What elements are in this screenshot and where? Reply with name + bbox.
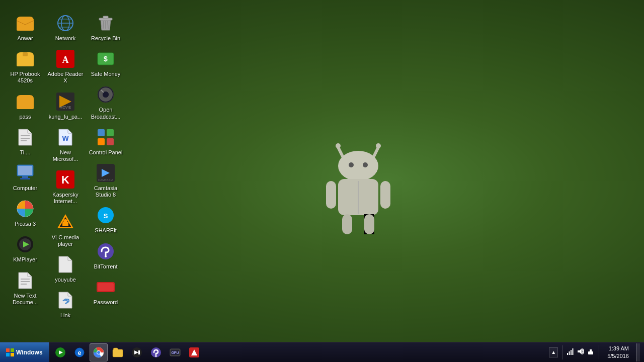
camtasia-icon: CAMTASIA xyxy=(96,163,116,183)
password-icon xyxy=(96,277,116,297)
kung-fu-label: kung_fu_pa... xyxy=(49,114,83,120)
start-button[interactable]: Windows xyxy=(0,342,49,363)
taskbar-gpu[interactable]: GPU xyxy=(166,343,184,361)
svg-rect-90 xyxy=(567,353,568,355)
svg-marker-94 xyxy=(578,348,582,354)
icon-safe-money[interactable]: $ Safe Money xyxy=(86,46,126,80)
tray-volume-icon[interactable] xyxy=(577,347,585,357)
svg-rect-72 xyxy=(11,353,14,356)
ti-icon xyxy=(15,127,35,147)
svg-point-59 xyxy=(338,151,378,181)
icon-adobe-reader[interactable]: A Adobe Reader X xyxy=(45,46,86,87)
picasa3-icon xyxy=(15,199,35,219)
desktop: Anwar HP Probook 4520s pass xyxy=(0,0,644,362)
anwar-label: Anwar xyxy=(17,35,33,42)
icon-kaspersky[interactable]: K Kaspersky Internet... xyxy=(45,166,86,208)
icon-anwar[interactable]: Anwar xyxy=(5,10,45,45)
svg-text:CAMTASIA: CAMTASIA xyxy=(98,178,113,182)
kmplayer-icon xyxy=(15,234,35,254)
icon-recycle-bin[interactable]: Recycle Bin xyxy=(86,10,126,45)
taskbar-media-player[interactable] xyxy=(51,343,69,361)
safe-money-label: Safe Money xyxy=(91,71,121,77)
svg-rect-65 xyxy=(342,214,352,234)
svg-rect-42 xyxy=(98,129,105,136)
icon-obs[interactable]: Open Broadcast... xyxy=(86,81,126,123)
svg-line-36 xyxy=(108,21,108,29)
icon-camtasia[interactable]: CAMTASIA Camtasia Studio 8 xyxy=(86,160,126,201)
svg-rect-93 xyxy=(573,348,574,355)
svg-point-56 xyxy=(336,143,341,148)
show-desktop-button[interactable] xyxy=(636,343,640,361)
new-text-doc-icon xyxy=(15,270,35,291)
expand-tray-button[interactable]: ▲ xyxy=(549,347,558,357)
svg-point-31 xyxy=(63,219,67,223)
password-label: Password xyxy=(94,299,118,306)
svg-point-61 xyxy=(363,162,368,167)
svg-rect-70 xyxy=(11,348,14,352)
svg-rect-45 xyxy=(107,138,114,145)
safe-money-icon: $ xyxy=(96,49,116,69)
svg-rect-7 xyxy=(20,178,30,179)
icon-computer[interactable]: Computer xyxy=(5,160,45,195)
clock-time: 1:39 AM xyxy=(607,345,629,352)
icon-link[interactable]: Link xyxy=(45,287,86,322)
taskbar-chrome[interactable] xyxy=(90,343,108,361)
youyube-icon xyxy=(55,254,75,275)
icon-kmplayer[interactable]: KMPlayer xyxy=(5,231,45,266)
svg-rect-71 xyxy=(6,353,10,356)
new-microsoft-label: New Microsof... xyxy=(47,149,84,162)
computer-icon xyxy=(15,163,35,183)
control-panel-label: Control Panel xyxy=(89,149,123,156)
icon-picasa3[interactable]: Picasa 3 xyxy=(5,196,45,230)
icon-ti[interactable]: Ti.... xyxy=(5,124,45,159)
svg-rect-43 xyxy=(107,129,114,136)
icon-new-microsoft[interactable]: W New Microsof... xyxy=(45,124,86,165)
icon-kung-fu[interactable]: MOVIE kung_fu_pa... xyxy=(45,88,86,123)
icon-hp-probook[interactable]: HP Probook 4520s xyxy=(5,46,45,87)
link-icon xyxy=(55,290,75,310)
vlc-label: VLC media player xyxy=(47,234,84,247)
svg-text:GPU: GPU xyxy=(171,351,179,354)
network-label: Network xyxy=(55,35,75,42)
taskbar-media-next[interactable] xyxy=(128,343,146,361)
taskbar-ie[interactable]: e xyxy=(70,343,89,361)
taskbar-right: ▲ xyxy=(545,342,644,362)
taskbar-torrent[interactable] xyxy=(147,343,165,361)
icon-password[interactable]: Password xyxy=(86,274,126,309)
icon-shareit[interactable]: S SHAREit xyxy=(86,202,126,237)
svg-text:K: K xyxy=(61,173,69,186)
taskbar-explorer[interactable] xyxy=(109,343,127,361)
icon-bittorrent[interactable]: BitTorrent xyxy=(86,238,126,273)
computer-label: Computer xyxy=(13,185,37,192)
svg-rect-0 xyxy=(23,52,28,56)
svg-rect-33 xyxy=(103,16,108,19)
icon-vlc[interactable]: VLC media player xyxy=(45,209,86,250)
icon-control-panel[interactable]: Control Panel xyxy=(86,124,126,159)
svg-rect-82 xyxy=(138,350,140,354)
tray-divider xyxy=(562,345,562,359)
hp-probook-icon xyxy=(15,49,35,69)
svg-rect-6 xyxy=(22,176,28,178)
svg-point-52 xyxy=(105,255,107,257)
svg-rect-96 xyxy=(590,349,592,352)
icon-pass[interactable]: pass xyxy=(5,88,45,123)
kaspersky-label: Kaspersky Internet... xyxy=(47,192,84,205)
android-svg xyxy=(313,125,404,235)
adobe-reader-icon: A xyxy=(55,49,75,69)
clock[interactable]: 1:39 AM 5/5/2016 xyxy=(603,345,633,359)
icon-youyube[interactable]: youyube xyxy=(45,251,86,286)
svg-rect-91 xyxy=(569,351,570,355)
svg-rect-92 xyxy=(571,350,572,355)
icon-network[interactable]: Network xyxy=(45,10,86,45)
taskbar-items: e xyxy=(49,342,545,362)
icon-new-text-doc[interactable]: New Text Docume... xyxy=(5,267,45,309)
svg-point-84 xyxy=(155,355,156,357)
new-microsoft-icon: W xyxy=(55,127,75,147)
tray-power-icon[interactable] xyxy=(587,347,595,357)
svg-rect-63 xyxy=(326,181,336,209)
svg-rect-5 xyxy=(18,166,32,175)
kung-fu-icon: MOVIE xyxy=(55,92,75,112)
tray-network-icon[interactable] xyxy=(567,347,575,357)
svg-rect-64 xyxy=(380,181,390,209)
taskbar-app2[interactable] xyxy=(185,343,203,361)
